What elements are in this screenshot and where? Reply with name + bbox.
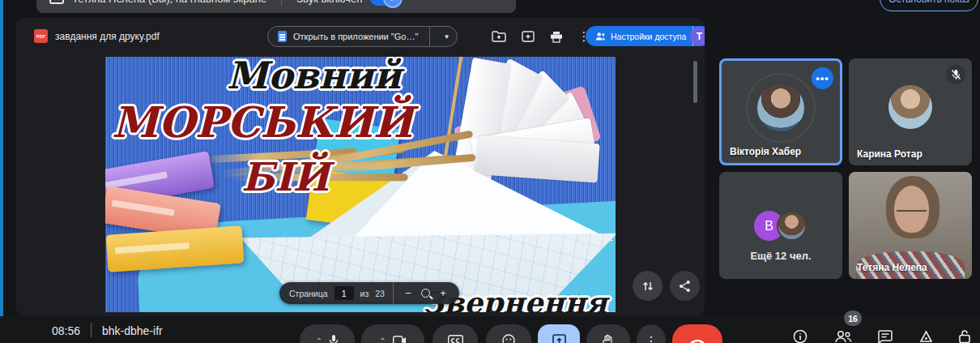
clock-label: 08:56 xyxy=(52,324,80,337)
print-icon[interactable] xyxy=(548,28,565,45)
avatar xyxy=(757,84,804,131)
open-in-app-label: Открыть в приложении "Go…" xyxy=(293,32,418,41)
overflow-avatars: B xyxy=(754,211,807,242)
meeting-info-icon[interactable] xyxy=(790,326,811,343)
open-in-app-button[interactable]: Открыть в приложении "Go…" ▾ xyxy=(267,26,458,47)
file-name: завдання для друку.pdf xyxy=(55,31,160,42)
meeting-code-label: bhk-dbhe-ifr xyxy=(102,324,163,337)
participant-tile[interactable]: ••• Вікторія Хабер xyxy=(719,58,842,165)
people-panel-icon[interactable] xyxy=(833,326,854,343)
presenter-label: Тетяна Нелепа (Вы), на главном экране xyxy=(72,0,266,5)
page-label: Страница xyxy=(289,289,328,298)
audio-share-label: Звук включен xyxy=(296,0,362,5)
shared-screen-tile: PDF завдання для друку.pdf Открыть в при… xyxy=(16,18,705,316)
chat-panel-icon[interactable] xyxy=(875,326,896,343)
participant-name: Вікторія Хабер xyxy=(730,146,801,157)
share-icon xyxy=(679,280,691,293)
add-comment-icon[interactable] xyxy=(519,28,537,45)
page-number-input[interactable] xyxy=(334,286,354,300)
captions-icon xyxy=(448,335,463,343)
file-info: PDF завдання для друку.pdf xyxy=(34,29,160,43)
participant-tile[interactable]: Тетяна Нелепа xyxy=(849,172,972,279)
add-to-drive-icon[interactable] xyxy=(490,28,508,45)
end-call-button[interactable] xyxy=(672,324,722,343)
mic-button[interactable]: ⌃ xyxy=(300,324,355,343)
slide-title-line3: БІЙ xyxy=(241,154,330,199)
meet-control-bar: 08:56 bhk-dbhe-ifr ⌃ ⌃ ⋮ 16 xyxy=(0,316,980,343)
pdf-scrollbar[interactable] xyxy=(693,61,697,103)
divider xyxy=(91,323,92,337)
more-controls-button[interactable]: ⋮ xyxy=(637,324,666,343)
share-button[interactable] xyxy=(670,271,700,301)
camera-icon xyxy=(393,336,407,343)
chevron-down-icon[interactable]: ▾ xyxy=(437,32,457,41)
end-call-icon xyxy=(688,337,706,343)
zoom-out-button[interactable]: − xyxy=(402,287,415,299)
raise-hand-button[interactable] xyxy=(586,324,630,343)
page-total: 23 xyxy=(375,289,385,298)
captions-button[interactable] xyxy=(432,324,478,343)
zoom-icon[interactable] xyxy=(421,289,430,298)
overflow-participants-tile[interactable]: B Ещё 12 чел. xyxy=(719,172,842,279)
presenting-screen-icon xyxy=(49,0,64,4)
share-access-button[interactable]: Настройки доступа ▾ xyxy=(586,26,705,46)
chevron-up-icon[interactable]: ⌃ xyxy=(379,337,386,343)
share-access-label: Настройки доступа xyxy=(611,32,686,41)
hand-icon xyxy=(603,334,614,343)
avatar xyxy=(888,85,932,129)
pill-divider xyxy=(393,282,394,304)
activities-icon[interactable] xyxy=(915,326,936,343)
swap-tile-button[interactable] xyxy=(633,271,663,301)
window-edge-strip xyxy=(0,0,3,343)
google-docs-icon xyxy=(278,31,287,42)
chevron-up-icon[interactable]: ⌃ xyxy=(316,337,322,343)
banner-divider xyxy=(281,0,282,6)
toggle-check-icon: ✓ xyxy=(383,0,403,8)
pdf-slide: Мовний МОРСЬКИЙ БІЙ Звернення xyxy=(105,57,616,312)
participant-tile[interactable]: Карина Ротар xyxy=(849,58,972,165)
screen-share-banner: Тетяна Нелепа (Вы), на главном экране Зв… xyxy=(36,0,516,13)
page-control: Страница из 23 − + xyxy=(279,282,459,304)
account-avatar[interactable]: T xyxy=(690,27,705,45)
participant-name: Карина Ротар xyxy=(857,148,922,160)
meet-window: Тетяна Нелепа (Вы), на главном экране Зв… xyxy=(0,0,980,343)
mic-icon xyxy=(329,334,339,343)
tile-more-button[interactable]: ••• xyxy=(812,67,833,89)
overflow-count-label: Ещё 12 чел. xyxy=(719,250,842,262)
avatar xyxy=(777,211,807,241)
participant-count-badge: 16 xyxy=(844,311,862,326)
present-screen-icon xyxy=(552,334,566,343)
slide-title-line2: МОРСЬКИЙ xyxy=(112,97,413,147)
host-controls-icon[interactable] xyxy=(954,326,975,343)
zoom-in-button[interactable]: + xyxy=(437,287,450,299)
reactions-button[interactable] xyxy=(486,324,531,343)
pdf-toolbar: PDF завдання для друку.pdf Открыть в при… xyxy=(16,18,705,55)
page-of-label: из xyxy=(360,289,369,298)
participant-name: Тетяна Нелепа xyxy=(857,262,927,273)
camera-button[interactable]: ⌃ xyxy=(361,324,424,343)
swap-arrows-icon xyxy=(641,280,654,293)
people-icon xyxy=(595,32,606,41)
slide-title-line1: Мовний xyxy=(227,57,401,97)
pdf-file-icon: PDF xyxy=(34,29,48,43)
stop-presenting-button[interactable]: Остановить показ xyxy=(880,0,978,11)
mic-muted-icon xyxy=(946,65,965,84)
pill-divider xyxy=(429,26,430,47)
audio-share-toggle[interactable]: ✓ xyxy=(370,0,401,6)
smiley-icon xyxy=(502,334,515,343)
stop-sharing-button[interactable] xyxy=(538,324,580,343)
